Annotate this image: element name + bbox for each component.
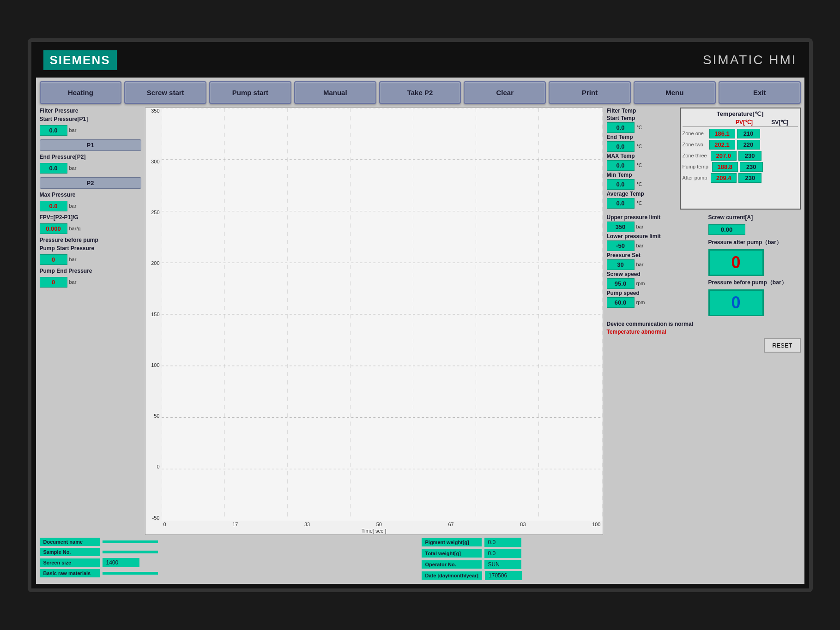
lower-pressure-row: -50 bar	[607, 240, 705, 251]
header-bar: SIEMENS SIMATIC HMI	[36, 47, 804, 74]
zone-one-label: Zone one	[683, 131, 706, 136]
end-temp-label: End Temp	[607, 134, 633, 140]
after-pump-pv: 209.4	[711, 173, 737, 183]
pump-speed-row: 60.0 rpm	[607, 297, 705, 308]
total-weight-row: Total weight[g] 0.0	[422, 549, 801, 558]
temp-table-header: PV[℃] SV[℃]	[683, 119, 798, 127]
total-weight-value: 0.0	[484, 549, 521, 558]
pressure-area: Upper pressure limit 350 bar Lower press…	[607, 214, 801, 316]
y-label-250: 250	[151, 210, 159, 215]
lower-pressure-unit: bar	[636, 243, 644, 248]
pump-temp-pv: 188.8	[712, 162, 738, 172]
content-area: Filter Pressure Start Pressure[P1] 0.0 b…	[40, 108, 801, 535]
clear-button[interactable]: Clear	[464, 81, 546, 104]
date-value: 170506	[485, 571, 522, 580]
x-axis-label: Time[ sec ]	[362, 528, 386, 534]
total-weight-label: Total weight[g]	[422, 549, 482, 558]
pv-header: PV[℃]	[736, 119, 753, 126]
y-label-neg50: -50	[152, 515, 160, 521]
screen-size-row: Screen size 1400	[40, 558, 419, 567]
exit-button[interactable]: Exit	[719, 81, 801, 104]
sample-no-label: Sample No.	[40, 548, 100, 556]
chart-grid: 350 300 250 200 150 100 50 0 -50	[145, 108, 603, 534]
avg-temp-unit: ℃	[636, 200, 642, 206]
screw-current-row: 0.00	[708, 224, 745, 235]
temp-table: Temperature[℃] PV[℃] SV[℃] Zone one 186.…	[680, 108, 801, 210]
max-pressure-row: 0.0 bar	[40, 201, 141, 211]
pump-speed-unit: rpm	[636, 300, 645, 305]
basic-raw-row: Basic raw materials	[40, 569, 419, 577]
pump-temp-row: Pump temp 188.8 230	[683, 162, 798, 172]
zone-one-row: Zone one 186.1 210	[683, 129, 798, 138]
manual-button[interactable]: Manual	[294, 81, 376, 104]
chart-inner	[162, 108, 603, 521]
pump-speed-value: 60.0	[607, 297, 635, 308]
start-temp-label: Start Temp	[607, 115, 635, 121]
pump-start-button[interactable]: Pump start	[209, 81, 291, 104]
menu-button[interactable]: Menu	[634, 81, 716, 104]
sample-no-value	[103, 551, 158, 553]
max-temp-value-row: 0.0 ℃	[607, 160, 676, 171]
pump-end-row: 0 bar	[40, 277, 141, 288]
upper-pressure-row: 350 bar	[607, 222, 705, 232]
max-pressure-unit: bar	[69, 203, 77, 209]
bottom-info: Document name Sample No. Screen size 140…	[40, 538, 801, 580]
print-button[interactable]: Print	[549, 81, 631, 104]
start-temp-value: 0.0	[607, 122, 635, 133]
reset-button[interactable]: RESET	[764, 338, 800, 353]
pump-end-unit: bar	[69, 279, 77, 285]
screw-current-value: 0.00	[708, 224, 745, 235]
y-label-50: 50	[154, 413, 159, 419]
pump-temp-sv: 230	[740, 162, 763, 172]
end-pressure-value: 0.0	[40, 163, 67, 174]
take-p2-button[interactable]: Take P2	[379, 81, 461, 104]
fpv-value: 0.000	[40, 223, 67, 234]
right-panel: Filter Temp Start Temp 0.0 ℃ End Temp 0	[607, 108, 801, 535]
pump-speed-label: Pump speed	[607, 290, 705, 296]
doc-name-value	[103, 540, 158, 543]
zone-three-row: Zone three 207.0 230	[683, 151, 798, 161]
zone-one-pv: 186.1	[709, 129, 735, 138]
screen-size-value: 1400	[103, 558, 139, 567]
screw-speed-unit: rpm	[636, 281, 645, 286]
pump-end-pressure-label: Pump End Pressure	[40, 268, 141, 274]
p2-button[interactable]: P2	[40, 177, 141, 189]
pressure-before-pump-value: 0	[731, 293, 740, 312]
upper-pressure-label: Upper pressure limit	[607, 214, 705, 221]
start-pressure-unit: bar	[69, 127, 77, 133]
end-temp-value-row: 0.0 ℃	[607, 141, 676, 152]
screw-speed-value: 95.0	[607, 278, 635, 289]
max-temp-row: MAX Temp	[607, 153, 676, 159]
y-label-350: 350	[151, 108, 159, 114]
screw-speed-label: Screw speed	[607, 271, 705, 277]
screw-current-label: Screw current[A]	[708, 214, 753, 221]
doc-name-row: Document name	[40, 538, 419, 546]
zone-three-label: Zone three	[683, 153, 707, 158]
pressure-before-pump-label: Pressure before pump	[40, 237, 141, 243]
heating-button[interactable]: Heating	[40, 81, 122, 104]
end-pressure-row: 0.0 bar	[40, 163, 141, 174]
device-status: Device communication is normal	[607, 321, 801, 327]
x-label-0: 0	[163, 522, 166, 527]
reset-area: RESET	[607, 336, 801, 353]
zone-three-pv: 207.0	[711, 151, 737, 161]
screw-speed-row: 95.0 rpm	[607, 278, 705, 289]
lower-pressure-label: Lower pressure limit	[607, 233, 705, 240]
filter-temp-col: Filter Temp Start Temp 0.0 ℃ End Temp 0	[607, 108, 676, 210]
avg-temp-value: 0.0	[607, 198, 635, 209]
min-temp-row: Min Temp	[607, 172, 676, 178]
status-section: Device communication is normal Temperatu…	[607, 321, 801, 353]
max-temp-unit: ℃	[636, 162, 642, 168]
start-temp-row: Start Temp	[607, 115, 676, 121]
after-pump-label: After pump	[683, 175, 707, 180]
simatic-title: SIMATIC HMI	[703, 53, 797, 67]
end-pressure-label: End Pressure[P2]	[40, 154, 141, 160]
end-temp-row: End Temp	[607, 134, 676, 140]
min-temp-value-row: 0.0 ℃	[607, 179, 676, 190]
screw-start-button[interactable]: Screw start	[124, 81, 206, 104]
fpv-unit: bar/g	[69, 226, 81, 231]
screen: SIEMENS SIMATIC HMI Heating Screw start …	[28, 38, 813, 592]
p1-button[interactable]: P1	[40, 139, 141, 151]
zone-two-row: Zone two 202.1 220	[683, 140, 798, 150]
pump-start-pressure-label: Pump Start Pressure	[40, 245, 141, 252]
